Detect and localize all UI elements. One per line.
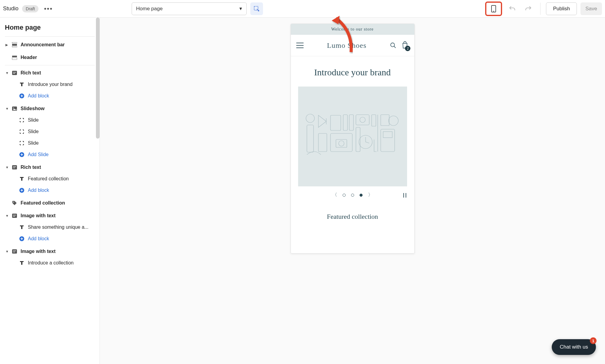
brand-name: Lumo Shoes	[327, 41, 367, 50]
tree-block[interactable]: Introduce your brand	[0, 79, 100, 90]
cart-button[interactable]: 2	[401, 41, 409, 50]
cursor-tool-button[interactable]	[250, 2, 263, 15]
svg-rect-3	[12, 42, 17, 43]
prev-slide-arrow[interactable]: 〈	[332, 192, 337, 198]
svg-point-42	[389, 116, 398, 126]
header-icon	[12, 54, 18, 61]
topbar: Studio Draft ••• Home page ▾ Publish Sav…	[0, 0, 605, 18]
add-block-button[interactable]: Add block	[0, 185, 100, 196]
svg-rect-15	[13, 166, 16, 167]
svg-rect-44	[383, 132, 392, 138]
tree-section[interactable]: ▼ Slideshow	[0, 103, 100, 114]
draft-badge: Draft	[22, 5, 38, 12]
page-selector[interactable]: Home page ▾	[132, 2, 247, 15]
tree-label: Slideshow	[21, 106, 44, 111]
svg-rect-20	[13, 215, 16, 215]
chevron-icon: ▶	[5, 43, 8, 47]
tree-label: Rich text	[21, 165, 41, 170]
tree-section[interactable]: Header	[0, 52, 100, 63]
svg-rect-25	[13, 252, 15, 252]
chevron-icon: ▼	[5, 250, 8, 253]
add-icon	[19, 152, 25, 158]
tree-label: Slide	[28, 117, 39, 123]
hero-title: Introduce your brand	[291, 56, 414, 87]
add-icon	[19, 93, 25, 99]
slide-dot-1[interactable]	[343, 194, 346, 197]
slide-dot-3[interactable]	[360, 194, 363, 197]
tree-block[interactable]: Slide	[0, 114, 100, 126]
tree-block[interactable]: Slide	[0, 137, 100, 149]
tree-section[interactable]: ▼ Rich text	[0, 67, 100, 79]
tree-block[interactable]: Featured collection	[0, 173, 100, 185]
tree-label: Add block	[28, 236, 49, 241]
svg-rect-36	[356, 115, 369, 125]
featured-collection-title: Featured collection	[291, 204, 414, 227]
tree-label: Announcement bar	[21, 42, 65, 48]
add-block-button[interactable]: Add block	[0, 90, 100, 102]
svg-rect-28	[307, 125, 314, 152]
frame-icon	[19, 129, 25, 135]
section-icon	[12, 248, 18, 254]
svg-rect-41	[381, 115, 389, 126]
chevron-icon: ▼	[5, 214, 8, 218]
pause-icon[interactable]: ||	[403, 192, 408, 198]
tree-label: Add Slide	[28, 152, 49, 157]
mobile-preview-button[interactable]	[485, 2, 502, 16]
chat-widget[interactable]: Chat with us 1	[552, 339, 596, 355]
tree-section[interactable]: Featured collection	[0, 197, 100, 209]
section-icon	[12, 213, 18, 219]
announcement-bar: Welcome to our store	[291, 24, 414, 35]
svg-rect-14	[12, 165, 17, 169]
svg-rect-8	[13, 72, 16, 73]
add-block-button[interactable]: Add block	[0, 233, 100, 244]
tree-block[interactable]: Slide	[0, 126, 100, 137]
text-icon	[19, 224, 25, 230]
svg-rect-21	[13, 216, 15, 217]
tree-block[interactable]: Introduce a collection	[0, 257, 100, 269]
redo-button[interactable]	[522, 2, 535, 15]
tree-label: Header	[21, 55, 37, 60]
svg-rect-5	[12, 56, 17, 57]
tree-label: Slide	[28, 140, 39, 146]
sidebar: Home page ▶ Announcement bar Header ▼ Ri…	[0, 18, 100, 364]
add-block-button[interactable]: Add Slide	[0, 149, 100, 160]
next-slide-arrow[interactable]: 〉	[368, 192, 373, 198]
tree-label: Featured collection	[21, 200, 65, 206]
tree-section[interactable]: ▼ Rich text	[0, 162, 100, 173]
svg-rect-34	[343, 115, 347, 130]
tree-label: Add block	[28, 93, 49, 99]
announcement-icon	[12, 42, 18, 48]
hamburger-icon[interactable]	[296, 43, 304, 48]
svg-rect-29	[318, 133, 327, 152]
text-icon	[19, 81, 25, 87]
section-icon	[12, 70, 18, 76]
chat-label: Chat with us	[560, 344, 588, 350]
search-icon[interactable]	[390, 42, 396, 49]
more-menu-icon[interactable]: •••	[42, 5, 54, 13]
tree-label: Slide	[28, 129, 39, 134]
svg-rect-6	[12, 58, 17, 60]
slide-dot-2[interactable]	[351, 194, 354, 197]
save-button[interactable]: Save	[580, 2, 602, 15]
frame-icon	[19, 117, 25, 123]
text-icon	[19, 176, 25, 182]
svg-rect-35	[349, 115, 353, 130]
svg-rect-9	[13, 73, 15, 74]
tree-section[interactable]: ▼ Image with text	[0, 210, 100, 221]
caret-down-icon: ▾	[239, 5, 242, 12]
undo-button[interactable]	[506, 2, 518, 15]
sidebar-scrollbar[interactable]	[96, 18, 100, 139]
svg-rect-30	[330, 115, 341, 130]
tree-section[interactable]: ▼ Image with text	[0, 246, 100, 257]
tree-label: Featured collection	[28, 176, 69, 182]
tree-label: Introduce a collection	[28, 260, 74, 266]
svg-rect-31	[330, 133, 352, 152]
divider	[540, 3, 541, 15]
svg-point-27	[306, 114, 314, 123]
tree-label: Add block	[28, 188, 49, 193]
tree-block[interactable]: Share something unique a...	[0, 221, 100, 233]
tree-label: Introduce your brand	[28, 82, 73, 87]
publish-button[interactable]: Publish	[546, 2, 577, 15]
tree-section[interactable]: ▶ Announcement bar	[0, 39, 100, 51]
add-icon	[19, 236, 25, 242]
